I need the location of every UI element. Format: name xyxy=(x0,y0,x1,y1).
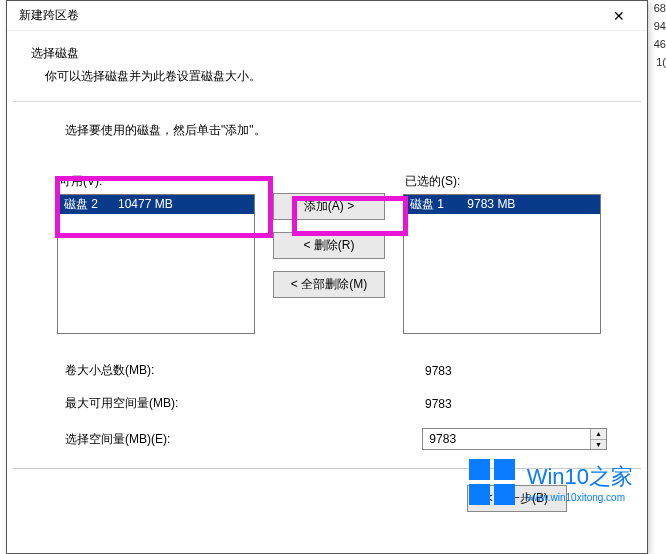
available-column: 可用(V): 磁盘 2 10477 MB xyxy=(57,173,255,334)
remove-button[interactable]: < 删除(R) xyxy=(273,232,385,259)
total-size-value: 9783 xyxy=(425,364,452,378)
max-avail-value: 9783 xyxy=(425,397,452,411)
select-space-label: 选择空间量(MB)(E): xyxy=(65,431,422,448)
add-button[interactable]: 添加(A) > xyxy=(273,193,385,220)
page-subtitle: 你可以选择磁盘并为此卷设置磁盘大小。 xyxy=(31,68,623,85)
selected-label: 已选的(S): xyxy=(403,173,601,190)
transfer-buttons: 添加(A) > < 删除(R) < 全部删除(M) xyxy=(273,173,385,298)
watermark: Win10之家 www.win10xitong.com xyxy=(469,459,633,505)
titlebar: 新建跨区卷 ✕ xyxy=(7,1,647,31)
header: 选择磁盘 你可以选择磁盘并为此卷设置磁盘大小。 xyxy=(7,31,647,101)
page-title: 选择磁盘 xyxy=(31,45,623,62)
select-space-spinner[interactable]: ▲ ▼ xyxy=(422,428,607,450)
selected-item[interactable]: 磁盘 1 9783 MB xyxy=(404,195,600,214)
instruction-text: 选择要使用的磁盘，然后单击"添加"。 xyxy=(7,102,647,139)
selected-listbox[interactable]: 磁盘 1 9783 MB xyxy=(403,194,601,334)
available-item[interactable]: 磁盘 2 10477 MB xyxy=(58,195,254,214)
spin-down-icon[interactable]: ▼ xyxy=(591,440,606,450)
selected-column: 已选的(S): 磁盘 1 9783 MB xyxy=(403,173,601,334)
window-title: 新建跨区卷 xyxy=(19,7,599,24)
select-space-input[interactable] xyxy=(423,429,590,449)
total-size-label: 卷大小总数(MB): xyxy=(65,362,425,379)
remove-all-button[interactable]: < 全部删除(M) xyxy=(273,271,385,298)
watermark-brand: Win10之家 xyxy=(527,462,633,492)
close-icon[interactable]: ✕ xyxy=(599,2,639,30)
max-avail-label: 最大可用空间量(MB): xyxy=(65,395,425,412)
wizard-dialog: 新建跨区卷 ✕ 选择磁盘 你可以选择磁盘并为此卷设置磁盘大小。 选择要使用的磁盘… xyxy=(6,0,648,554)
size-fields: 卷大小总数(MB): 9783 最大可用空间量(MB): 9783 选择空间量(… xyxy=(7,334,647,450)
watermark-url: www.win10xitong.com xyxy=(527,492,633,503)
available-label: 可用(V): xyxy=(57,173,255,190)
spin-up-icon[interactable]: ▲ xyxy=(591,429,606,440)
available-listbox[interactable]: 磁盘 2 10477 MB xyxy=(57,194,255,334)
windows-logo-icon xyxy=(469,459,515,505)
